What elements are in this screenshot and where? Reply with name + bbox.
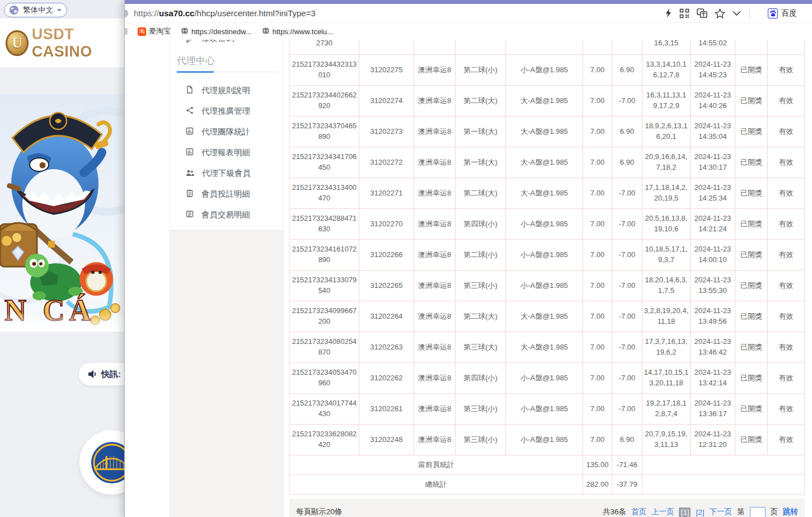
cell-game: 澳洲幸运8 — [414, 271, 456, 301]
cell-issue: 31202262 — [359, 363, 414, 394]
cell-content: 大-A盤@1.985 — [506, 117, 583, 147]
table-clip: 273016,3,1514:55:02215217323443231301031… — [289, 40, 805, 495]
cell-play: 第一球(大) — [456, 147, 506, 178]
url-text[interactable]: https://usa70.cc/hhcp/usercenter.html?in… — [134, 8, 316, 18]
cell-time: 14:55:02 — [691, 40, 735, 55]
cell-status: 已開獎 — [735, 425, 768, 455]
cell-status: 已開獎 — [735, 301, 768, 332]
sidebar-item[interactable]: 代理下級會員 — [170, 163, 283, 184]
table-row: 215217323362808242031202248澳洲幸运8第三球(小)小-… — [290, 425, 805, 455]
translate-icon[interactable] — [697, 8, 707, 18]
cell-order: 2152173233628082420 — [290, 425, 359, 455]
cell-game: 澳洲幸运8 — [414, 178, 456, 209]
sidebar-item[interactable]: 代理團隊統計 — [170, 122, 283, 142]
cell-play: 第四球(小) — [456, 363, 506, 394]
next-page-link[interactable]: 下一页 — [710, 507, 733, 517]
cell-issue: 31202272 — [359, 147, 414, 178]
cell-numbers: 18,20,14,6,3,1,7,5 — [642, 271, 691, 301]
cell-time: 2024-11-23 14:30:17 — [691, 147, 735, 178]
stats-label: 總統計 — [290, 475, 583, 495]
cell-amount: 7.00 — [583, 425, 612, 455]
table-row: 215217323405347096031202262澳洲幸运8第四球(小)小-… — [290, 363, 805, 394]
jump-button[interactable]: 跳转 — [783, 507, 798, 517]
cell-winloss: -7.00 — [612, 209, 642, 240]
cell-play: 第二球(大) — [456, 178, 506, 209]
cell-content: 小-A盤@1.985 — [506, 55, 583, 86]
table-row: 215217323409966720031202264澳洲幸运8第二球(大)大-… — [290, 301, 805, 332]
cell-amount: 7.00 — [583, 363, 612, 394]
cell-amount: 7.00 — [583, 332, 612, 363]
baidu-shortcut[interactable]: 百度 — [768, 4, 797, 22]
cell-time: 2024-11-23 12:31:20 — [691, 425, 735, 455]
cell-order: 2152173234370465890 — [290, 117, 359, 147]
cell-numbers: 14,17,10,15,13,20,11,18 — [642, 363, 691, 394]
cell-amount: 7.00 — [583, 86, 612, 117]
sidebar-item[interactable]: 代理推廣管理 — [170, 101, 283, 122]
wrench-icon — [186, 40, 194, 43]
page-link[interactable]: [2] — [696, 508, 704, 516]
cell-winloss: -7.00 — [612, 178, 642, 209]
cell-order: 2152173234161072890 — [290, 240, 359, 271]
lightning-icon[interactable] — [664, 8, 672, 18]
cell-valid — [768, 40, 805, 55]
sidebar-item-label: 代理下級會員 — [202, 168, 251, 179]
cell-winloss: -7.00 — [612, 271, 642, 301]
cell-status: 已開獎 — [735, 178, 768, 209]
stats-empty — [642, 455, 805, 475]
bookmark-item[interactable]: 淘爱淘宝 — [138, 26, 171, 36]
page-size-label: 每頁顯示20條 — [296, 507, 342, 517]
browser-url-bar[interactable]: https://usa70.cc/hhcp/usercenter.html?in… — [125, 4, 812, 23]
bookmark-item[interactable]: https://destinedw... — [181, 27, 252, 36]
file-icon — [186, 86, 194, 95]
sidebar-item-label: 代理推廣管理 — [201, 106, 250, 117]
cell-valid: 有效 — [768, 240, 805, 271]
cell-game: 澳洲幸运8 — [414, 209, 456, 240]
cell-game: 澳洲幸运8 — [414, 55, 456, 86]
cell-issue: 31202273 — [359, 117, 414, 147]
cell-status — [735, 40, 768, 55]
current-page[interactable]: [1] — [679, 507, 691, 517]
cell-valid: 有效 — [768, 55, 805, 86]
cell-status: 已開獎 — [735, 240, 768, 271]
cell-numbers: 16,3,11,13,19,17,2,9 — [642, 86, 691, 117]
taobao-icon: 淘 — [138, 27, 146, 36]
bookmark-label: https://www.tcelu... — [273, 27, 333, 36]
globe-icon — [9, 5, 19, 15]
cell-amount: 7.00 — [583, 178, 612, 209]
total-count-label: 共36条 — [603, 507, 626, 517]
casino-logo-band: U USDT CASINO — [0, 18, 126, 67]
first-page-link[interactable]: 首页 — [631, 507, 646, 517]
cell-amount: 7.00 — [583, 147, 612, 178]
page-jump-input[interactable] — [750, 507, 766, 517]
spacer-strip — [0, 67, 126, 94]
cell-amount: 7.00 — [583, 55, 612, 86]
cell-content: 小-A盤@1.985 — [506, 240, 583, 271]
table-row: 215217323434170645031202272澳洲幸运8第一球(大)大-… — [290, 147, 805, 178]
star-icon[interactable] — [715, 8, 725, 18]
table-row: 215217323413307954031202265澳洲幸运8第三球(小)小-… — [290, 271, 805, 301]
sidebar-item[interactable]: 代理報表明細 — [170, 142, 283, 163]
sidebar-item-label: 會員交易明細 — [201, 209, 250, 220]
cell-valid: 有效 — [768, 394, 805, 425]
bookmark-item[interactable]: https://www.tcelu... — [262, 27, 333, 36]
sidebar-item[interactable]: 會員投註明細 — [170, 184, 283, 204]
sidebar-heading: 代理中心 — [177, 54, 283, 67]
sidebar-item-label: 代理報表明細 — [201, 147, 250, 158]
cell-winloss — [612, 40, 642, 55]
sidebar-item-change-password[interactable]: 修改密碼 — [186, 40, 234, 44]
language-selector[interactable]: 繁体中文 — [4, 3, 67, 17]
cell-game: 澳洲幸运8 — [414, 363, 456, 394]
cell-winloss: 6.90 — [612, 55, 642, 86]
qr-icon[interactable] — [679, 8, 689, 18]
cell-time: 2024-11-23 14:40:26 — [691, 86, 735, 117]
cell-winloss: 6.90 — [612, 147, 642, 178]
sidebar-item[interactable]: 代理規則說明 — [170, 80, 283, 101]
baidu-label: 百度 — [781, 8, 797, 18]
cell-status: 已開獎 — [735, 271, 768, 301]
sidebar-item[interactable]: 會員交易明細 — [170, 204, 283, 225]
language-label: 繁体中文 — [23, 5, 53, 15]
chevron-down-icon[interactable] — [733, 11, 741, 16]
cell-play: 第三球(小) — [456, 394, 506, 425]
prev-page-link[interactable]: 上一页 — [651, 507, 674, 517]
cell-content: 小-A盤@1.985 — [506, 363, 583, 394]
